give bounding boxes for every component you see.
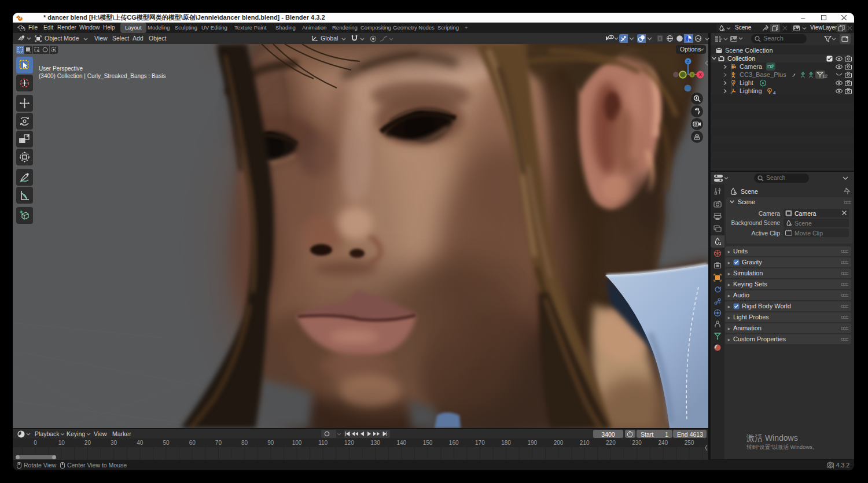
svg-text:50: 50: [163, 440, 170, 446]
svg-text:120: 120: [344, 440, 354, 446]
svg-text:Y: Y: [690, 72, 693, 78]
svg-text:180: 180: [501, 440, 511, 446]
svg-text:140: 140: [396, 440, 406, 446]
svg-text:240: 240: [658, 440, 668, 446]
svg-text:X: X: [698, 72, 702, 78]
svg-text:30: 30: [111, 440, 117, 446]
svg-text:170: 170: [475, 440, 485, 446]
svg-text:220: 220: [606, 440, 616, 446]
svg-text:90: 90: [267, 440, 274, 446]
svg-text:70: 70: [215, 440, 222, 446]
svg-text:190: 190: [527, 440, 537, 446]
svg-text:10: 10: [58, 440, 65, 446]
svg-text:210: 210: [580, 440, 590, 446]
svg-text:0: 0: [34, 440, 37, 446]
svg-text:Z: Z: [687, 59, 690, 64]
svg-text:80: 80: [241, 440, 248, 446]
svg-text:100: 100: [292, 440, 302, 446]
svg-text:150: 150: [423, 440, 433, 446]
svg-text:110: 110: [318, 440, 328, 446]
svg-text:130: 130: [370, 440, 380, 446]
svg-text:60: 60: [189, 440, 196, 446]
svg-text:20: 20: [84, 440, 91, 446]
svg-text:160: 160: [449, 440, 459, 446]
svg-text:200: 200: [554, 440, 564, 446]
svg-text:40: 40: [137, 440, 144, 446]
svg-text:230: 230: [632, 440, 642, 446]
svg-text:250: 250: [685, 440, 694, 446]
